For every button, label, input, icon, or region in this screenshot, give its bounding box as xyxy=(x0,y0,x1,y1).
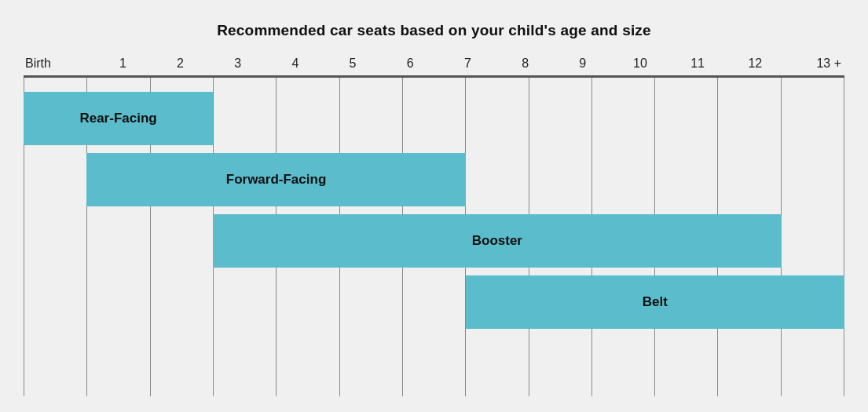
age-label-2: 2 xyxy=(152,57,209,71)
chart-container: Recommended car seats based on your chil… xyxy=(0,0,868,412)
bar-label: Rear-Facing xyxy=(79,111,156,126)
bar-label: Belt xyxy=(643,294,668,310)
age-label-10: 10 xyxy=(611,57,668,71)
age-axis: Birth12345678910111213 + xyxy=(24,57,844,71)
chart-title: Recommended car seats based on your chil… xyxy=(217,22,651,39)
age-label-12: 12 xyxy=(727,57,784,71)
age-label-Birth: Birth xyxy=(24,57,94,71)
bar-belt: Belt xyxy=(466,275,844,329)
bar-label: Booster xyxy=(472,233,522,249)
bar-rear-facing: Rear-Facing xyxy=(24,92,213,145)
age-label-7: 7 xyxy=(439,57,496,71)
bars-wrapper: Rear-FacingForward-FacingBoosterBelt xyxy=(24,92,844,396)
bars-area: Rear-FacingForward-FacingBoosterBelt xyxy=(24,78,844,396)
bar-row: Forward-Facing xyxy=(24,153,844,206)
age-label-9: 9 xyxy=(554,57,611,71)
age-label-1: 1 xyxy=(94,57,152,71)
age-label-5: 5 xyxy=(324,57,381,71)
chart-body: Birth12345678910111213 + Rear-FacingForw… xyxy=(24,57,844,396)
bar-booster: Booster xyxy=(213,214,781,268)
bar-forward-facing: Forward-Facing xyxy=(86,153,465,206)
age-label-13_+: 13 + xyxy=(784,57,844,71)
bar-row: Booster xyxy=(24,214,844,268)
bar-row: Rear-Facing xyxy=(24,92,844,145)
age-label-8: 8 xyxy=(496,57,554,71)
age-label-6: 6 xyxy=(382,57,439,71)
age-label-3: 3 xyxy=(209,57,266,71)
age-label-11: 11 xyxy=(669,57,727,71)
bar-row: Belt xyxy=(24,275,844,329)
bar-label: Forward-Facing xyxy=(226,172,327,188)
age-label-4: 4 xyxy=(266,57,324,71)
